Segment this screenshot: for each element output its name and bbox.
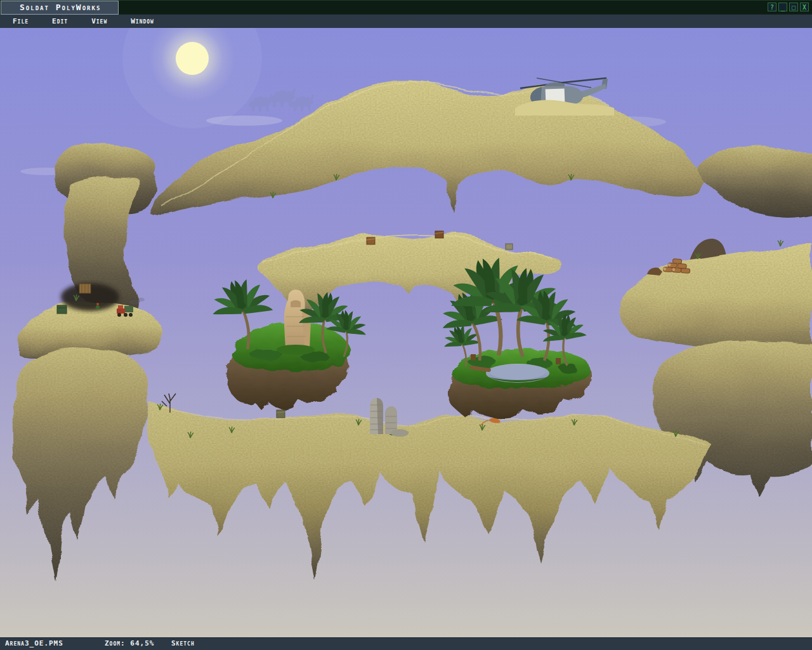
carcass[interactable] [647, 267, 662, 275]
menu-file[interactable]: File [13, 17, 29, 25]
oasis-pond[interactable] [486, 364, 549, 383]
menu-view[interactable]: View [91, 17, 107, 25]
map-canvas[interactable] [0, 28, 812, 637]
menu-window[interactable]: Window [131, 17, 154, 25]
window-title: Soldat PolyWorks [1, 1, 119, 15]
statusbar: Arena3_OE.PMS Zoom: 64,5% Sketch [0, 637, 812, 650]
floor-crate[interactable] [277, 410, 285, 418]
cave-door[interactable] [79, 284, 91, 293]
log-pile[interactable] [663, 258, 691, 274]
sand-terrain[interactable] [14, 81, 812, 583]
crate-small-left[interactable] [471, 354, 476, 361]
sun [122, 28, 262, 128]
maximize-button[interactable]: □ [789, 3, 798, 11]
menubar: File Edit View Window [0, 14, 812, 28]
titlebar[interactable]: Soldat PolyWorks ? _ □ X [0, 0, 812, 14]
help-button[interactable]: ? [768, 3, 776, 11]
app-window: Soldat PolyWorks ? _ □ X File Edit View … [0, 0, 812, 650]
camel-caravan[interactable] [249, 88, 315, 112]
left-island[interactable] [210, 277, 370, 410]
minimize-button[interactable]: _ [778, 3, 787, 11]
close-button[interactable]: X [800, 3, 809, 11]
green-crate[interactable] [57, 305, 67, 314]
ruined-towers[interactable] [370, 398, 409, 437]
status-mode: Sketch [171, 639, 195, 647]
window-controls: ? _ □ X [768, 3, 809, 11]
menu-edit[interactable]: Edit [52, 17, 68, 25]
crate-small-right[interactable] [556, 358, 561, 364]
status-filename: Arena3_OE.PMS [5, 639, 63, 647]
status-zoom-level: Zoom: 64,5% [105, 639, 154, 647]
